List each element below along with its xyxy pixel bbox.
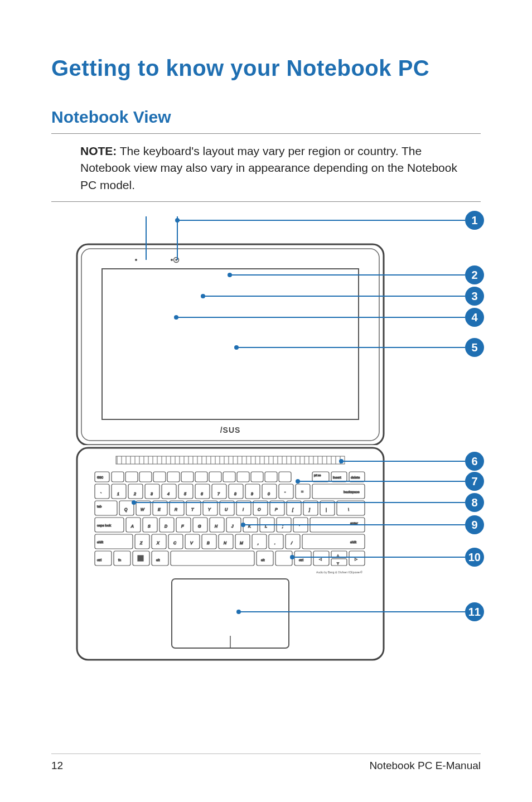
callout-number: 11 [465, 602, 484, 621]
svg-rect-20 [265, 472, 277, 482]
svg-text:ctrl: ctrl [299, 558, 303, 562]
note-label: NOTE: [80, 144, 117, 157]
callout-1: 1 [465, 211, 484, 230]
svg-text:caps lock: caps lock [97, 524, 112, 527]
svg-rect-141 [138, 555, 143, 561]
svg-rect-48 [262, 484, 277, 499]
svg-rect-40 [195, 484, 210, 499]
svg-text:E: E [158, 508, 161, 511]
svg-rect-44 [229, 484, 243, 499]
svg-rect-56 [95, 501, 117, 515]
svg-text:tab: tab [97, 505, 102, 508]
svg-text:8: 8 [234, 492, 236, 496]
svg-text:G: G [198, 524, 201, 528]
svg-text:ctrl: ctrl [97, 558, 101, 562]
svg-text:R: R [175, 508, 177, 511]
svg-text:I: I [243, 508, 244, 511]
svg-text:`: ` [100, 492, 101, 496]
callout-6: 6 [465, 452, 484, 471]
section-heading: Notebook View [51, 108, 481, 127]
note-block: NOTE: The keyboard's layout may vary per… [51, 143, 481, 194]
divider [51, 133, 481, 134]
callout-number: 4 [465, 308, 484, 327]
page-title: Getting to know your Notebook PC [51, 56, 481, 81]
svg-text:D: D [165, 524, 167, 528]
svg-text:2: 2 [133, 492, 136, 496]
svg-rect-30 [112, 484, 126, 499]
svg-text:J: J [231, 524, 234, 528]
svg-rect-19 [251, 472, 263, 482]
svg-text:9: 9 [251, 492, 253, 496]
svg-rect-132 [286, 534, 300, 549]
footer-title: Notebook PC E-Manual [369, 760, 481, 772]
svg-rect-100 [226, 518, 241, 532]
svg-text:fn: fn [118, 558, 121, 562]
svg-text:5: 5 [184, 492, 186, 496]
svg-text:6: 6 [201, 492, 203, 496]
callout-9: 9 [465, 515, 484, 534]
svg-text:X: X [156, 541, 159, 545]
callout-number: 6 [465, 452, 484, 471]
svg-text:A: A [130, 524, 134, 528]
page-number: 12 [51, 760, 63, 772]
svg-text:shift: shift [97, 540, 103, 544]
svg-text:Q: Q [124, 508, 128, 512]
svg-text:1: 1 [117, 492, 119, 496]
svg-rect-130 [269, 534, 283, 549]
brand-logo: /SUS [220, 426, 241, 434]
svg-text:B: B [207, 541, 210, 545]
svg-text:M: M [240, 541, 243, 545]
callout-8: 8 [465, 493, 484, 512]
svg-rect-16 [209, 472, 221, 482]
svg-rect-15 [195, 472, 207, 482]
svg-text:alt: alt [261, 558, 265, 562]
mic-dot [135, 259, 137, 261]
callout-10: 10 [465, 548, 484, 567]
svg-rect-145 [257, 551, 273, 566]
callout-3: 3 [465, 287, 484, 306]
note-text: The keyboard's layout may vary per regio… [80, 144, 457, 191]
svg-rect-36 [162, 484, 176, 499]
svg-rect-14 [181, 472, 194, 482]
callout-number: 2 [465, 265, 484, 284]
svg-rect-128 [252, 534, 267, 549]
callout-2: 2 [465, 265, 484, 284]
svg-rect-138 [114, 551, 130, 566]
svg-rect-21 [279, 472, 291, 482]
callout-number: 3 [465, 287, 484, 306]
svg-rect-32 [128, 484, 143, 499]
svg-rect-46 [245, 484, 260, 499]
svg-text:=: = [301, 490, 303, 494]
svg-rect-142 [152, 551, 168, 566]
speaker-grille [116, 456, 345, 464]
sensor-dot [171, 259, 173, 261]
callout-layer: 1 2 3 4 5 6 7 [317, 211, 484, 668]
svg-rect-42 [212, 484, 226, 499]
divider [51, 201, 481, 202]
svg-rect-11 [139, 472, 152, 482]
callout-11: 11 [465, 602, 484, 621]
svg-text:3: 3 [151, 492, 153, 496]
svg-text:alt: alt [156, 558, 160, 562]
svg-text:O: O [258, 508, 261, 511]
svg-rect-34 [145, 484, 159, 499]
manual-page: Getting to know your Notebook PC Noteboo… [0, 0, 532, 802]
svg-text:,: , [258, 541, 259, 545]
svg-text:esc: esc [97, 475, 103, 479]
callout-number: 7 [465, 472, 484, 491]
svg-text:S: S [148, 524, 151, 528]
svg-text:.: . [274, 541, 275, 545]
page-footer: 12 Notebook PC E-Manual [51, 753, 481, 772]
callout-number: 5 [465, 338, 484, 357]
svg-rect-50 [279, 484, 293, 499]
svg-rect-147 [275, 551, 292, 566]
svg-text:0: 0 [268, 492, 270, 496]
svg-text:4: 4 [167, 492, 170, 496]
svg-rect-10 [125, 472, 138, 482]
svg-text:/SUS: /SUS [220, 426, 241, 434]
callout-7: 7 [465, 472, 484, 491]
svg-rect-9 [112, 472, 124, 482]
svg-text:P: P [275, 508, 278, 511]
svg-rect-12 [153, 472, 166, 482]
svg-rect-28 [95, 484, 109, 499]
